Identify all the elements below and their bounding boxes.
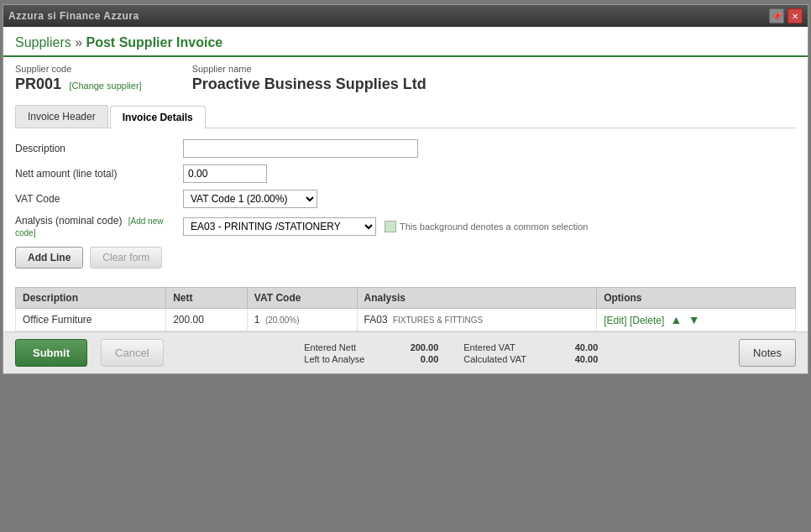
table-area: Description Nett VAT Code Analysis Optio… — [15, 287, 796, 331]
col-analysis: Analysis — [357, 288, 597, 309]
calculated-vat-label: Calculated VAT — [463, 354, 547, 364]
main-content: Suppliers » Post Supplier Invoice Suppli… — [3, 27, 808, 331]
entered-vat-label: Entered VAT — [463, 342, 547, 352]
supplier-code: PR001 — [15, 76, 61, 92]
window-controls: 📌 ✕ — [769, 8, 803, 23]
notes-button[interactable]: Notes — [739, 339, 796, 367]
edit-link[interactable]: [Edit] — [604, 315, 626, 326]
nett-stats: Entered Nett 200.00 Left to Analyse 0.00 — [304, 342, 438, 364]
move-up-button[interactable]: ▲ — [671, 313, 683, 326]
analysis-select[interactable]: EA03 - PRINTING /STATIONERY FA03 - FIXTU… — [183, 217, 376, 236]
entered-vat-row: Entered VAT 40.00 — [463, 342, 598, 352]
add-line-button[interactable]: Add Line — [15, 247, 83, 269]
description-input[interactable] — [183, 139, 418, 158]
table-row: Office Furniture 200.00 1 (20.00%) FA03 … — [16, 309, 796, 331]
nett-amount-label: Nett amount (line total) — [15, 168, 183, 180]
left-to-analyse-row: Left to Analyse 0.00 — [304, 354, 438, 364]
button-row: Add Line Clear form — [15, 247, 796, 269]
row-options: [Edit] [Delete] ▲ ▼ — [597, 309, 796, 331]
vat-stats: Entered VAT 40.00 Calculated VAT 40.00 — [463, 342, 598, 364]
row-analysis: FA03 FIXTURES & FITTINGS — [357, 309, 597, 331]
hint-box-icon — [385, 221, 396, 232]
row-description: Office Furniture — [16, 309, 166, 331]
breadcrumb-separator: » — [75, 35, 82, 50]
vat-code-select[interactable]: VAT Code 1 (20.00%) VAT Code 2 (0.00%) E… — [183, 190, 317, 208]
vat-code-label: VAT Code — [15, 193, 183, 205]
vat-code-row: VAT Code VAT Code 1 (20.00%) VAT Code 2 … — [15, 190, 796, 208]
pin-button[interactable]: 📌 — [769, 8, 784, 23]
tabs-row: Invoice Header Invoice Details — [3, 100, 808, 128]
calculated-vat-row: Calculated VAT 40.00 — [463, 354, 598, 364]
supplier-code-block: Supplier code PR001 [Change supplier] — [15, 64, 142, 93]
move-down-button[interactable]: ▼ — [688, 313, 700, 326]
row-vat-code: 1 (20.00%) — [247, 309, 357, 331]
supplier-info: Supplier code PR001 [Change supplier] Su… — [3, 57, 808, 100]
supplier-code-row: PR001 [Change supplier] — [15, 76, 142, 93]
analysis-label: Analysis (nominal code) [Add new code] — [15, 215, 183, 238]
entered-nett-label: Entered Nett — [304, 342, 388, 352]
description-row: Description — [15, 139, 796, 158]
clear-form-button[interactable]: Clear form — [90, 247, 162, 269]
col-nett: Nett — [166, 288, 248, 309]
delete-link[interactable]: [Delete] — [630, 315, 664, 326]
form-area: Description Nett amount (line total) VAT… — [3, 129, 808, 287]
left-to-analyse-label: Left to Analyse — [304, 354, 388, 364]
supplier-name-label: Supplier name — [192, 64, 426, 74]
tab-invoice-details[interactable]: Invoice Details — [110, 106, 206, 129]
nett-amount-row: Nett amount (line total) — [15, 164, 796, 183]
supplier-code-label: Supplier code — [15, 64, 142, 74]
nett-amount-input[interactable] — [183, 164, 267, 183]
submit-button[interactable]: Submit — [15, 339, 87, 367]
description-label: Description — [15, 143, 183, 154]
analysis-row: Analysis (nominal code) [Add new code] E… — [15, 215, 796, 238]
supplier-name-block: Supplier name Proactive Business Supplie… — [192, 64, 426, 93]
col-options: Options — [597, 288, 796, 309]
col-description: Description — [16, 288, 166, 309]
tab-invoice-header[interactable]: Invoice Header — [15, 105, 108, 128]
window-title: Azzura si Finance Azzura — [8, 10, 139, 22]
entered-vat-value: 40.00 — [556, 342, 598, 352]
cancel-button[interactable]: Cancel — [101, 339, 163, 367]
left-to-analyse-value: 0.00 — [396, 354, 438, 364]
breadcrumb-current: Post Supplier Invoice — [86, 35, 223, 50]
titlebar: Azzura si Finance Azzura 📌 ✕ — [3, 5, 808, 27]
line-items-table: Description Nett VAT Code Analysis Optio… — [15, 287, 796, 331]
hint-text: This background denotes a common selecti… — [400, 222, 588, 232]
breadcrumb: Suppliers » Post Supplier Invoice — [15, 35, 796, 50]
row-nett: 200.00 — [166, 309, 248, 331]
calculated-vat-value: 40.00 — [556, 354, 598, 364]
common-selection-hint: This background denotes a common selecti… — [385, 221, 588, 232]
breadcrumb-area: Suppliers » Post Supplier Invoice — [3, 27, 808, 57]
change-supplier-link[interactable]: [Change supplier] — [69, 81, 141, 91]
footer-stats: Entered Nett 200.00 Left to Analyse 0.00… — [177, 342, 726, 364]
col-vat-code: VAT Code — [247, 288, 357, 309]
entered-nett-value: 200.00 — [396, 342, 438, 352]
table-header-row: Description Nett VAT Code Analysis Optio… — [16, 288, 796, 309]
supplier-name: Proactive Business Supplies Ltd — [192, 76, 426, 93]
entered-nett-row: Entered Nett 200.00 — [304, 342, 438, 352]
breadcrumb-parent[interactable]: Suppliers — [15, 35, 71, 50]
close-button[interactable]: ✕ — [787, 8, 803, 23]
footer: Submit Cancel Entered Nett 200.00 Left t… — [3, 331, 808, 373]
